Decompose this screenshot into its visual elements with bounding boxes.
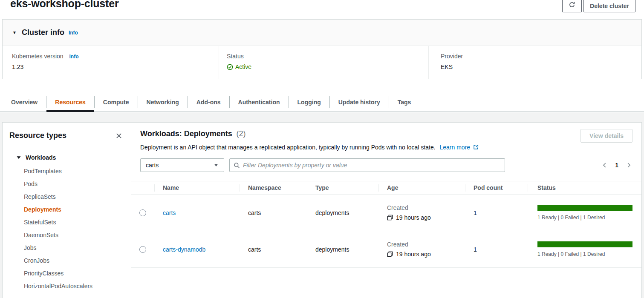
column-header-name: Name — [154, 181, 240, 194]
sidebar-item-cronjobs[interactable]: CronJobs — [3, 254, 131, 267]
pod-count-cell: 1 — [465, 246, 528, 253]
tab-compute[interactable]: Compute — [95, 93, 138, 112]
row-radio-button[interactable] — [139, 246, 146, 253]
provider-label: Provider — [441, 53, 641, 60]
status-bar — [537, 241, 632, 247]
table-header-row: Name Namespace Type Age Pod count Status — [131, 181, 641, 195]
sidebar-group-workloads[interactable]: Workloads — [3, 154, 131, 161]
caret-down-icon — [214, 163, 219, 168]
chevron-right-icon — [626, 163, 632, 169]
close-sidebar-button[interactable] — [115, 132, 123, 140]
resource-types-sidebar: Resource types Workloads PodTemplates Po… — [3, 123, 131, 298]
tab-add-ons[interactable]: Add-ons — [188, 93, 229, 112]
previous-page-button[interactable] — [601, 161, 609, 169]
table-row: carts carts deployments Created 19 hours… — [131, 195, 641, 231]
tab-authentication[interactable]: Authentication — [230, 93, 289, 112]
status-label: Status — [227, 53, 428, 60]
deployments-title: Workloads: Deployments — [140, 129, 232, 138]
deployments-description: Deployment is an API object that manages… — [140, 143, 632, 152]
namespace-cell: carts — [240, 209, 307, 216]
deployment-name-link[interactable]: carts-dynamodb — [163, 246, 205, 253]
sidebar-item-podtemplates[interactable]: PodTemplates — [3, 165, 131, 178]
search-box — [229, 158, 505, 172]
status-summary: 1 Ready | 0 Failed | 1 Desired — [537, 251, 632, 257]
search-input[interactable] — [243, 162, 501, 169]
collapse-triangle-icon: ▼ — [12, 30, 17, 35]
refresh-button[interactable] — [562, 0, 582, 12]
column-header-pod-count: Pod count — [465, 181, 528, 194]
status-summary: 1 Ready | 0 Failed | 1 Desired — [537, 215, 632, 221]
status-value: Active — [227, 63, 428, 70]
learn-more-link[interactable]: Learn more — [440, 144, 471, 151]
cluster-info-title: Cluster info — [22, 28, 64, 37]
chevron-left-icon — [602, 163, 608, 169]
pod-count-cell: 1 — [465, 209, 528, 216]
tab-networking[interactable]: Networking — [138, 93, 188, 112]
kubernetes-version-value: 1.23 — [12, 63, 219, 70]
search-icon — [234, 162, 240, 169]
sidebar-item-replicasets[interactable]: ReplicaSets — [3, 190, 131, 203]
column-header-type: Type — [307, 181, 378, 194]
type-cell: deployments — [307, 246, 378, 253]
pagination: 1 — [601, 161, 632, 169]
sidebar-item-daemonsets[interactable]: DaemonSets — [3, 229, 131, 241]
sidebar-item-statefulsets[interactable]: StatefulSets — [3, 216, 131, 229]
tab-resources[interactable]: Resources — [46, 93, 94, 112]
tab-logging[interactable]: Logging — [289, 93, 329, 112]
kubernetes-version-label: Kubernetes version Info — [12, 53, 219, 60]
resource-types-title: Resource types — [9, 131, 66, 140]
namespace-cell: carts — [240, 246, 307, 253]
external-link-icon — [473, 144, 479, 151]
filter-dropdown-value: carts — [146, 162, 159, 169]
cluster-info-panel: ▼ Cluster info Info Kubernetes version I… — [2, 19, 642, 79]
refresh-icon — [569, 1, 575, 9]
tab-update-history[interactable]: Update history — [330, 93, 389, 112]
sidebar-item-priorityclasses[interactable]: PriorityClasses — [3, 267, 131, 280]
timestamp-icon — [387, 251, 393, 257]
next-page-button[interactable] — [625, 161, 632, 169]
current-page-number[interactable]: 1 — [615, 162, 618, 169]
page-title: eks-workshop-cluster — [10, 0, 118, 10]
sidebar-item-deployments[interactable]: Deployments — [3, 203, 131, 216]
sidebar-item-jobs[interactable]: Jobs — [3, 241, 131, 254]
deployments-table: Name Namespace Type Age Pod count Status… — [131, 181, 641, 268]
kubernetes-version-info-link[interactable]: Info — [69, 54, 79, 60]
column-header-age: Age — [378, 181, 465, 194]
type-cell: deployments — [307, 209, 378, 216]
status-bar — [537, 205, 632, 211]
deployment-name-link[interactable]: carts — [163, 209, 176, 216]
tab-tags[interactable]: Tags — [389, 93, 420, 112]
cluster-info-info-link[interactable]: Info — [69, 30, 78, 36]
tab-bar: Overview Resources Compute Networking Ad… — [0, 93, 644, 112]
status-cell: 1 Ready | 0 Failed | 1 Desired — [528, 205, 641, 221]
table-row: carts-dynamodb carts deployments Created… — [131, 231, 641, 268]
sidebar-item-pods[interactable]: Pods — [3, 178, 131, 190]
status-cell: 1 Ready | 0 Failed | 1 Desired — [528, 241, 641, 257]
row-radio-button[interactable] — [139, 209, 146, 216]
deployments-panel: Workloads: Deployments (2) View details … — [131, 123, 641, 298]
provider-value: EKS — [441, 63, 641, 70]
view-details-button[interactable]: View details — [580, 129, 632, 143]
column-header-status: Status — [528, 181, 641, 194]
deployments-count: (2) — [237, 129, 246, 138]
close-icon — [116, 134, 122, 140]
check-circle-icon — [227, 64, 233, 70]
sidebar-item-horizontalpodautoscalers[interactable]: HorizontalPodAutoscalers — [3, 280, 131, 292]
age-cell: Created 19 hours ago — [378, 204, 465, 221]
filter-dropdown[interactable]: carts — [140, 158, 224, 172]
age-cell: Created 19 hours ago — [378, 241, 465, 258]
delete-cluster-button[interactable]: Delete cluster — [583, 0, 635, 12]
cluster-info-header[interactable]: ▼ Cluster info Info — [3, 20, 641, 46]
chevron-down-icon — [17, 155, 21, 160]
timestamp-icon — [387, 215, 393, 221]
tab-overview[interactable]: Overview — [3, 93, 46, 112]
column-header-namespace: Namespace — [240, 181, 307, 194]
